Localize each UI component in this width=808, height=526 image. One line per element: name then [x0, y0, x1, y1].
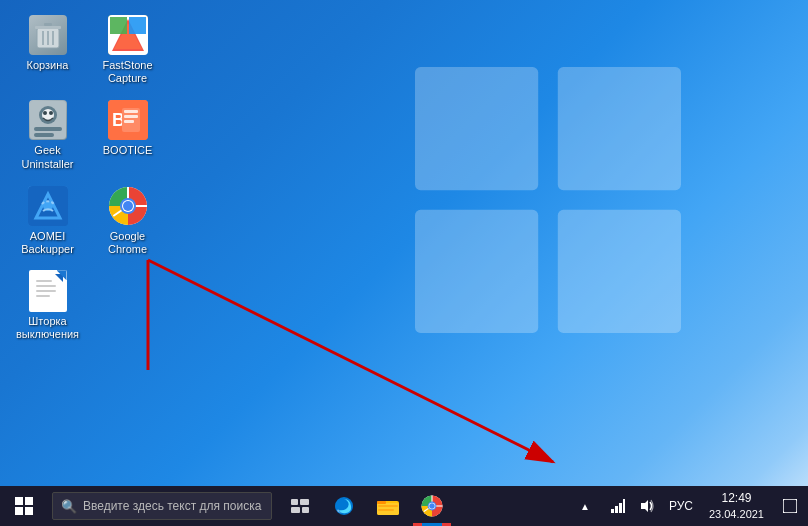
svg-rect-68	[615, 506, 618, 513]
svg-rect-50	[291, 499, 298, 505]
svg-rect-69	[619, 503, 622, 513]
chrome-taskbar-icon	[421, 495, 443, 517]
svg-point-36	[123, 201, 133, 211]
chrome-taskbar-button[interactable]	[412, 486, 452, 526]
svg-rect-53	[302, 507, 309, 513]
notification-icon	[783, 499, 797, 513]
windows-logo-watermark	[408, 60, 688, 340]
bootice-icon-img: B	[108, 100, 148, 140]
svg-rect-14	[129, 17, 146, 34]
aomei-icon	[28, 186, 68, 226]
icon-row-3: Шторка выключения	[10, 266, 165, 346]
svg-rect-41	[36, 290, 56, 292]
geek-label: Geek Uninstaller	[22, 144, 74, 170]
icon-row-0: Корзина FastStone Capture	[10, 10, 165, 90]
desktop-icons-container: Корзина FastStone Capture	[10, 10, 165, 352]
notification-center-button[interactable]	[776, 486, 804, 526]
search-icon: 🔍	[61, 499, 77, 514]
svg-rect-1	[558, 67, 681, 190]
task-view-button[interactable]	[280, 486, 320, 526]
desktop-icon-bootice[interactable]: B BOOTICE	[90, 95, 165, 175]
desktop: Корзина FastStone Capture	[0, 0, 808, 490]
shutdown-icon	[29, 270, 67, 312]
svg-rect-40	[36, 285, 56, 287]
recycle-bin-label: Корзина	[27, 59, 69, 72]
language-indicator[interactable]: РУС	[665, 499, 697, 513]
desktop-icon-faststone[interactable]: FastStone Capture	[90, 10, 165, 90]
svg-rect-49	[25, 507, 33, 515]
svg-rect-20	[34, 127, 62, 131]
recycle-bin-icon	[29, 15, 67, 55]
svg-rect-72	[783, 499, 797, 513]
faststone-icon-img	[108, 15, 148, 55]
search-bar[interactable]: 🔍 Введите здесь текст для поиска	[52, 492, 272, 520]
svg-marker-71	[641, 500, 648, 512]
shutdown-label: Шторка выключения	[16, 315, 79, 341]
svg-rect-52	[291, 507, 300, 513]
svg-rect-67	[611, 509, 614, 513]
windows-start-icon	[15, 497, 33, 515]
svg-rect-27	[124, 120, 134, 123]
geek-icon	[29, 100, 67, 140]
explorer-taskbar-button[interactable]	[368, 486, 408, 526]
icon-row-1: Geek Uninstaller B	[10, 95, 165, 175]
recycle-bin-icon-img	[28, 15, 68, 55]
svg-point-66	[429, 503, 435, 509]
svg-point-19	[49, 111, 53, 115]
system-tray	[603, 492, 661, 520]
explorer-icon	[377, 497, 399, 515]
desktop-icon-chrome[interactable]: Google Chrome	[90, 181, 165, 261]
svg-rect-59	[378, 509, 394, 511]
desktop-icon-geek[interactable]: Geek Uninstaller	[10, 95, 85, 175]
bootice-icon: B	[108, 100, 148, 140]
svg-rect-47	[25, 497, 33, 505]
desktop-icon-recycle-bin[interactable]: Корзина	[10, 10, 85, 90]
taskbar-pinned-apps	[280, 486, 452, 526]
clock-date: 23.04.2021	[709, 507, 764, 521]
svg-point-18	[43, 111, 47, 115]
svg-rect-39	[36, 280, 52, 282]
taskbar: 🔍 Введите здесь текст для поиска	[0, 486, 808, 526]
chrome-icon	[108, 186, 148, 226]
task-view-icon	[291, 499, 309, 513]
aomei-label: AOMEI Backupper	[21, 230, 74, 256]
svg-rect-6	[44, 23, 52, 26]
desktop-icon-shutdown[interactable]: Шторка выключения	[10, 266, 85, 346]
svg-rect-42	[36, 295, 50, 297]
edge-icon	[334, 496, 354, 516]
network-tray-icon[interactable]	[603, 492, 631, 520]
shutdown-icon-img	[28, 271, 68, 311]
icon-row-2: AOMEI Backupper	[10, 181, 165, 261]
chevron-up-icon: ▲	[580, 501, 590, 512]
chrome-icon-img	[108, 186, 148, 226]
taskbar-right: ▲ РУС	[571, 486, 808, 526]
faststone-label: FastStone Capture	[102, 59, 152, 85]
volume-icon	[639, 499, 655, 513]
svg-rect-46	[15, 497, 23, 505]
edge-taskbar-button[interactable]	[324, 486, 364, 526]
bootice-label: BOOTICE	[103, 144, 153, 157]
geek-icon-img	[28, 100, 68, 140]
svg-rect-0	[415, 67, 538, 190]
system-clock[interactable]: 12:49 23.04.2021	[701, 489, 772, 523]
svg-rect-25	[124, 110, 138, 113]
svg-rect-70	[623, 499, 625, 513]
svg-rect-13	[110, 17, 127, 34]
svg-rect-5	[35, 26, 61, 29]
desktop-icon-aomei[interactable]: AOMEI Backupper	[10, 181, 85, 261]
volume-tray-icon[interactable]	[633, 492, 661, 520]
show-hidden-icons-button[interactable]: ▲	[571, 492, 599, 520]
chrome-label: Google Chrome	[108, 230, 147, 256]
start-button[interactable]	[0, 486, 48, 526]
svg-rect-3	[558, 210, 681, 333]
svg-rect-48	[15, 507, 23, 515]
svg-rect-2	[415, 210, 538, 333]
network-icon	[609, 499, 625, 513]
svg-rect-26	[124, 115, 138, 118]
aomei-icon-img	[28, 186, 68, 226]
svg-rect-57	[377, 501, 386, 504]
svg-rect-21	[34, 133, 54, 137]
faststone-icon	[108, 15, 148, 55]
search-bar-text: Введите здесь текст для поиска	[83, 499, 261, 513]
clock-time: 12:49	[721, 491, 751, 507]
